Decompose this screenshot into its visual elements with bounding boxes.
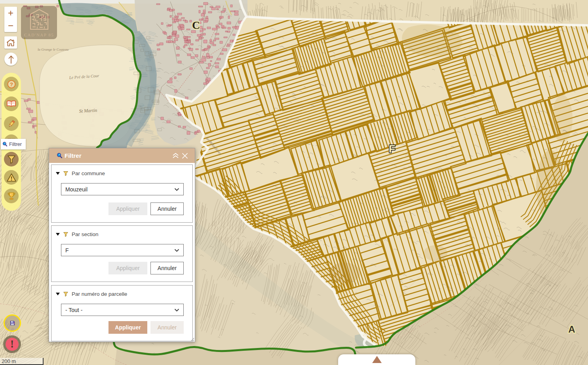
svg-text:St Martin: St Martin [79,108,97,114]
svg-text:?: ? [10,81,13,87]
svg-text:C: C [192,19,200,31]
svg-text:A: A [568,324,575,335]
svg-text:la Grange le Couteau: la Grange le Couteau [38,47,69,51]
svg-text:F: F [389,143,396,155]
